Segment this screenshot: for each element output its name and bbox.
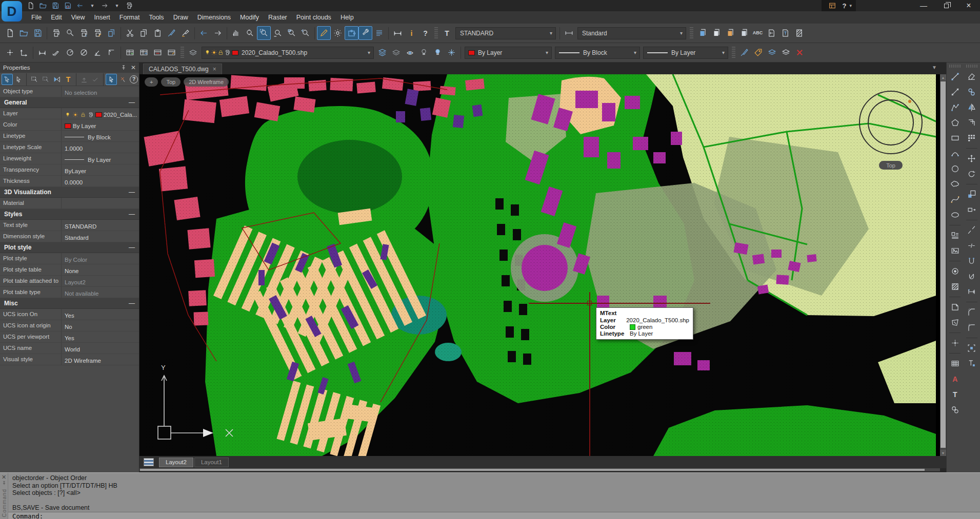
property-value[interactable]	[62, 198, 139, 209]
copy-button[interactable]	[137, 26, 151, 40]
close-command-icon[interactable]: ✕	[2, 474, 6, 481]
dim-aligned-button[interactable]	[49, 46, 63, 59]
viewport-add-control[interactable]: +	[145, 77, 158, 87]
clear-selection-button[interactable]	[117, 74, 128, 85]
toolbar-grip[interactable]	[732, 47, 735, 59]
section-header-3d-visualization[interactable]: 3D Visualization—	[0, 187, 139, 198]
pin-icon[interactable]	[121, 65, 127, 71]
property-value[interactable]: ByLayer	[62, 164, 139, 175]
layer-merge-button[interactable]	[765, 46, 779, 59]
offset-button[interactable]	[965, 116, 978, 130]
layer-freeze-button[interactable]	[445, 46, 458, 59]
property-value[interactable]: Standard	[62, 231, 139, 242]
explode-text-button[interactable]	[965, 357, 978, 370]
dim-angular-button[interactable]	[91, 46, 105, 59]
horizontal-scrollbar[interactable]	[139, 468, 940, 471]
point-button[interactable]	[948, 336, 962, 350]
chevron-down-icon[interactable]: ▾	[721, 50, 726, 55]
fillet-button[interactable]	[965, 321, 978, 335]
line-button[interactable]	[948, 70, 962, 84]
property-value[interactable]: Yes	[62, 309, 139, 320]
redo-button[interactable]	[211, 26, 225, 40]
zoom-object-button[interactable]	[285, 26, 298, 40]
property-value[interactable]: 2D Wireframe	[62, 354, 139, 365]
menu-view[interactable]: View	[67, 11, 90, 24]
new-file-button[interactable]	[26, 1, 36, 11]
arc-button[interactable]	[948, 147, 962, 160]
menu-modify[interactable]: Modify	[235, 11, 264, 24]
zoom-window-button[interactable]	[257, 26, 271, 40]
section-header-general[interactable]: General—	[0, 97, 139, 108]
property-value[interactable]: 2020_Cala...	[62, 108, 139, 119]
circle-button[interactable]	[948, 162, 962, 176]
layer-states-button[interactable]	[375, 46, 389, 59]
ucs-axes-button[interactable]	[17, 46, 31, 59]
new-file-button[interactable]	[3, 26, 17, 40]
chevron-down-icon[interactable]: ▾	[849, 3, 852, 8]
pick-add-button[interactable]	[2, 74, 13, 85]
quick-select-button[interactable]	[51, 74, 63, 85]
menu-file[interactable]: File	[27, 11, 46, 24]
dim-radius-button[interactable]	[63, 46, 77, 59]
view-compass[interactable]	[859, 91, 923, 154]
color-select[interactable]: By Layer▾	[465, 47, 552, 59]
property-value[interactable]: World	[62, 343, 139, 354]
tab-list-caret-icon[interactable]: ▼	[932, 65, 937, 70]
restore-button[interactable]	[935, 0, 957, 11]
copy-sheets-button[interactable]	[105, 26, 118, 40]
section-header-misc[interactable]: Misc—	[0, 298, 139, 309]
property-value[interactable]: STANDARD	[62, 220, 139, 231]
dim-linear-button[interactable]	[35, 46, 49, 59]
property-value[interactable]: By Layer	[62, 153, 139, 164]
model-canvas[interactable]: +Top2D Wireframe Top Y MText	[139, 74, 940, 456]
dim-style-select[interactable]: Standard▾	[577, 27, 686, 39]
dim-ordinate-button[interactable]	[105, 46, 118, 59]
text-style-chip-button[interactable]: T	[440, 26, 454, 40]
print-button[interactable]	[124, 1, 134, 11]
move-button[interactable]	[965, 152, 978, 165]
polygon-button[interactable]	[948, 116, 962, 130]
chamfer-button[interactable]	[965, 305, 978, 319]
save-button[interactable]	[31, 26, 45, 40]
mirror-button[interactable]	[965, 100, 978, 114]
property-value[interactable]: None	[62, 264, 139, 275]
view-direction-badge[interactable]: Top	[879, 161, 903, 170]
chevron-down-icon[interactable]: ▾	[679, 30, 684, 36]
polyline-button[interactable]	[948, 100, 962, 114]
donut-button[interactable]	[948, 264, 962, 278]
lengthen-button[interactable]	[965, 285, 978, 299]
chevron-down-icon[interactable]: ▾	[367, 50, 371, 55]
toolbar-grip[interactable]	[181, 47, 184, 59]
menu-tools[interactable]: Tools	[144, 11, 168, 24]
hatch-button[interactable]	[948, 280, 962, 294]
rotate-button[interactable]	[965, 167, 978, 181]
spell-check-button[interactable]: ABC	[751, 26, 765, 40]
toolbars-icon[interactable]	[826, 0, 839, 13]
table-edit-button[interactable]	[165, 46, 178, 59]
toolbar-grip[interactable]	[966, 65, 977, 68]
help-button[interactable]: ?	[843, 2, 847, 10]
window-select-button[interactable]	[29, 74, 40, 85]
menu-point-clouds[interactable]: Point clouds	[292, 11, 336, 24]
document-tab[interactable]: CALADOS_T500.dwg ×	[143, 64, 222, 74]
linetype-select[interactable]: By Block▾	[555, 47, 640, 59]
property-value[interactable]: Yes	[62, 331, 139, 342]
text-style-button[interactable]: A	[948, 372, 962, 386]
sheet-set-tan-button[interactable]	[737, 26, 751, 40]
property-value[interactable]: Layout2	[62, 276, 139, 286]
lineweight-select[interactable]: By Layer▾	[643, 47, 728, 59]
text-style-select[interactable]: STANDARD▾	[455, 27, 556, 39]
property-value[interactable]: By Layer	[62, 119, 139, 130]
property-value[interactable]: 0.0000	[62, 176, 139, 186]
zoom-previous-button[interactable]	[298, 26, 312, 40]
pan-button[interactable]	[229, 26, 243, 40]
close-panel-icon[interactable]: ✕	[131, 64, 136, 71]
toolbar-grip[interactable]	[949, 65, 961, 68]
caret-button[interactable]: ▾	[87, 1, 97, 11]
delete-red-x-button[interactable]	[793, 46, 807, 59]
dim-template-button[interactable]	[765, 26, 778, 40]
help-button[interactable]: ?	[418, 26, 432, 40]
vertical-scrollbar[interactable]: ▲ ▼	[940, 74, 946, 456]
rectangle-button[interactable]	[948, 131, 962, 145]
section-header-plot-style[interactable]: Plot style—	[0, 242, 139, 253]
